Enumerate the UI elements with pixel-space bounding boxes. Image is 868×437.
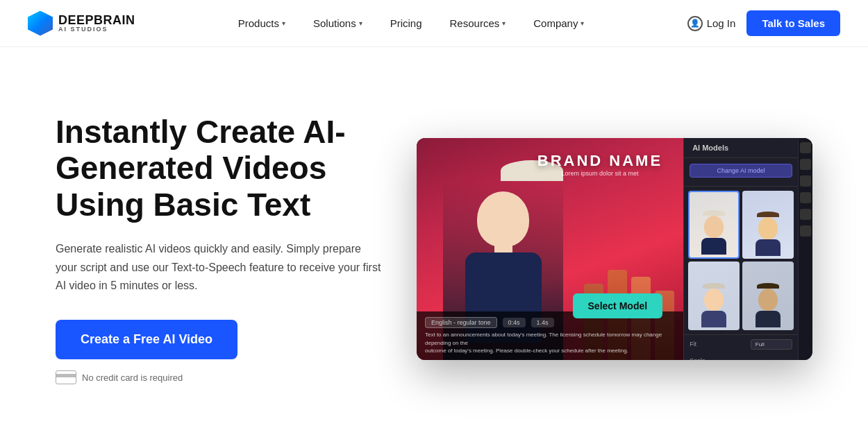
language-badge: English - regular tone — [425, 317, 497, 328]
brand-name-text: BRAND NAME — [537, 152, 662, 170]
nav-resources[interactable]: Resources ▾ — [436, 12, 520, 35]
nav-company[interactable]: Company ▾ — [519, 12, 598, 35]
no-credit-card-notice: No credit card is required — [56, 370, 417, 384]
side-icon-6[interactable] — [800, 225, 811, 237]
credit-card-icon — [56, 370, 76, 384]
model-thumb-4[interactable] — [742, 262, 794, 329]
fit-property: Fit Full — [690, 339, 792, 350]
script-text-line2: outcome of today's meeting. Please doubl… — [425, 347, 675, 354]
fit-value[interactable]: Full — [751, 339, 792, 350]
select-model-button[interactable]: Select Model — [573, 293, 663, 318]
side-icon-5[interactable] — [800, 209, 811, 220]
side-icon-1[interactable] — [800, 142, 811, 153]
side-icon-3[interactable] — [800, 175, 811, 187]
scale-slider[interactable]: Scale — [690, 353, 792, 360]
model-thumb-2[interactable] — [742, 191, 794, 259]
create-free-video-button[interactable]: Create a Free AI Video — [56, 320, 237, 359]
app-screenshot: BRAND NAME Lorem ipsum dolor sit a met — [417, 138, 812, 360]
chevron-down-icon: ▾ — [581, 19, 584, 27]
duration-badge: 0:4s — [503, 318, 526, 327]
scale-label: Scale — [690, 357, 706, 360]
user-icon: 👤 — [687, 16, 703, 31]
nav-solutions[interactable]: Solutions ▾ — [299, 12, 376, 35]
app-screenshot-container: BRAND NAME Lorem ipsum dolor sit a met — [417, 138, 812, 360]
nav-products[interactable]: Products ▾ — [224, 12, 299, 35]
logo-main-text: DEEPBRAIN — [58, 14, 135, 26]
login-button[interactable]: 👤 Log In — [687, 16, 736, 31]
logo-sub-text: AI STUDIOS — [58, 26, 135, 33]
navigation: DEEPBRAIN AI STUDIOS Products ▾ Solution… — [0, 0, 868, 47]
brand-overlay: BRAND NAME Lorem ipsum dolor sit a met — [537, 152, 662, 177]
tab-badge: 1.4s — [531, 318, 554, 327]
side-icon-2[interactable] — [800, 159, 811, 170]
model-thumb-1[interactable] — [688, 191, 740, 259]
model-thumb-3[interactable] — [688, 262, 740, 329]
logo-icon — [28, 11, 53, 36]
nav-pricing[interactable]: Pricing — [376, 12, 436, 35]
side-icon-4[interactable] — [800, 192, 811, 203]
hero-heading: Instantly Create AI-Generated Videos Usi… — [56, 114, 417, 224]
chevron-down-icon: ▾ — [502, 19, 506, 27]
side-icon-strip — [798, 138, 812, 360]
chevron-down-icon: ▾ — [282, 19, 285, 27]
panel-controls: Change AI model — [684, 158, 798, 187]
fit-label: Fit — [690, 341, 696, 348]
talk-to-sales-button[interactable]: Talk to Sales — [746, 10, 840, 36]
hero-content: Instantly Create AI-Generated Videos Usi… — [56, 114, 417, 385]
logo[interactable]: DEEPBRAIN AI STUDIOS — [28, 11, 135, 36]
script-text-line1: Text to an announcements about today's m… — [425, 331, 675, 346]
nav-actions: 👤 Log In Talk to Sales — [687, 10, 840, 36]
text-bar: English - regular tone 0:4s 1.4s Text to… — [417, 311, 683, 360]
brand-sub-text: Lorem ipsum dolor sit a met — [537, 170, 662, 177]
right-panel: AI Models Change AI model — [683, 138, 798, 360]
nav-links: Products ▾ Solutions ▾ Pricing Resources… — [224, 12, 599, 35]
video-preview-area: BRAND NAME Lorem ipsum dolor sit a met — [417, 138, 683, 360]
panel-header: AI Models — [684, 138, 798, 158]
hero-section: Instantly Create AI-Generated Videos Usi… — [0, 47, 868, 437]
panel-properties: Fit Full Scale Position — [684, 335, 798, 360]
hero-subtext: Generate realistic AI videos quickly and… — [56, 240, 382, 295]
chevron-down-icon: ▾ — [359, 19, 362, 27]
change-ai-model-button[interactable]: Change AI model — [690, 164, 792, 178]
ai-models-grid — [684, 187, 798, 335]
